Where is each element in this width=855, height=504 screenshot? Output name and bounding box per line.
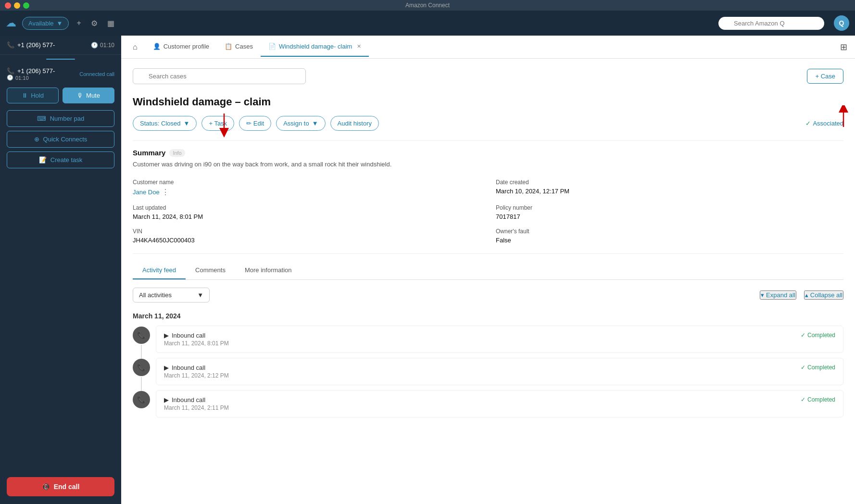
vin-label: VIN	[133, 228, 480, 235]
expand-icon: ▾	[761, 291, 764, 299]
status-label: Available	[28, 20, 54, 27]
content-divider	[133, 253, 843, 254]
title-bar: Amazon Connect	[0, 0, 855, 11]
activity-title-1: ▶ Inbound call	[164, 332, 205, 339]
associated-badge: ✓ Associated	[805, 120, 843, 127]
tab-comments[interactable]: Comments	[186, 262, 235, 279]
activity-expand-arrow-1[interactable]: ▶	[164, 332, 169, 339]
tab-grid-icon[interactable]: ⊞	[840, 42, 847, 52]
last-updated-label: Last updated	[133, 204, 480, 211]
customer-name-label: Customer name	[133, 179, 480, 186]
assign-to-button[interactable]: Assign to ▼	[276, 116, 325, 131]
window-title: Amazon Connect	[405, 2, 450, 9]
home-tab[interactable]: ⌂	[129, 39, 141, 55]
new-case-button[interactable]: + Case	[807, 69, 843, 84]
end-call-icon: 📵	[42, 483, 50, 491]
activity-title-row-1: ▶ Inbound call ✓ Completed	[164, 332, 835, 339]
summary-section: Summary Info Customer was driving on i90…	[133, 149, 843, 169]
activity-title-row-3: ▶ Inbound call ✓ Completed	[164, 396, 835, 403]
case-search-input[interactable]	[133, 68, 306, 84]
sidebar-divider	[46, 59, 75, 60]
hold-button[interactable]: ⏸ Hold	[7, 88, 59, 103]
connected-phone: 📞 +1 (206) 577-	[7, 67, 55, 75]
minimize-window-btn[interactable]	[14, 2, 20, 9]
maximize-window-btn[interactable]	[23, 2, 29, 9]
audit-history-button[interactable]: Audit history	[330, 116, 379, 131]
edit-button[interactable]: ✏ Edit	[239, 116, 271, 131]
activity-phone-icon-3: 📞	[133, 391, 150, 408]
activity-item: 📞 ▶ Inbound call ✓ Completed Mar	[133, 326, 843, 357]
date-created-value: March 10, 2024, 12:17 PM	[496, 188, 843, 195]
activity-phone-icon-1: 📞	[133, 327, 150, 344]
vin-value: JH4KA4650JC000403	[133, 237, 480, 244]
call-duration: 🕐 01:10	[91, 42, 114, 49]
phone-icon-2: 📞	[7, 67, 14, 75]
more-options-icon[interactable]: ⋮	[162, 188, 169, 197]
field-owners-fault: Owner's fault False	[496, 228, 843, 244]
case-content: 🔍 + Case Windshield damage – claim Statu…	[121, 59, 855, 504]
window-controls	[5, 2, 29, 9]
policy-number-label: Policy number	[496, 204, 843, 211]
q-button[interactable]: Q	[834, 15, 849, 31]
add-button[interactable]: +	[75, 17, 83, 29]
completed-badge-1: ✓ Completed	[801, 332, 835, 339]
activity-filter-dropdown[interactable]: All activities ▼	[133, 288, 210, 302]
inner-tabs: Activity feed Comments More information	[133, 262, 843, 280]
phone-icon: 📞	[7, 41, 14, 49]
activity-title-row-2: ▶ Inbound call ✓ Completed	[164, 364, 835, 371]
activity-card-2: ▶ Inbound call ✓ Completed March 11, 202…	[156, 358, 843, 385]
assign-caret-icon: ▼	[312, 120, 318, 127]
completed-check-icon-3: ✓	[801, 396, 805, 403]
customer-name-value[interactable]: Jane Doe ⋮	[133, 188, 480, 197]
tab-activity-feed[interactable]: Activity feed	[133, 262, 186, 279]
mute-button[interactable]: 🎙 Mute	[63, 88, 114, 103]
end-call-button[interactable]: 📵 End call	[7, 477, 114, 496]
status-button[interactable]: Available ▼	[22, 17, 69, 30]
phone-icon-4: 📞	[137, 363, 146, 372]
associated-check-icon: ✓	[805, 120, 811, 127]
action-row: Status: Closed ▼ + Task ✏ Edit Assign to…	[133, 116, 843, 131]
activity-title-3: ▶ Inbound call	[164, 396, 205, 403]
sidebar: 📞 +1 (206) 577- 🕐 01:10 📞 +1 (206) 577- …	[0, 36, 121, 504]
phone-icon-3: 📞	[137, 331, 146, 340]
collapse-all-button[interactable]: ▴ Collapse all	[804, 290, 843, 300]
tab-windshield-claim[interactable]: 📄 Windshield damage- claim ✕	[261, 37, 369, 57]
tab-customer-profile[interactable]: 👤 Customer profile	[145, 37, 217, 57]
grid-nav-icon[interactable]: ▦	[105, 17, 116, 30]
settings-icon[interactable]: ⚙	[89, 17, 100, 30]
activity-expand-arrow-2[interactable]: ▶	[164, 364, 169, 371]
summary-text: Customer was driving on i90 on the way b…	[133, 160, 843, 169]
field-policy-number: Policy number 7017817	[496, 204, 843, 220]
activity-time-1: March 11, 2024, 8:01 PM	[164, 340, 835, 347]
summary-header: Summary Info	[133, 149, 843, 157]
task-button[interactable]: + Task	[201, 116, 234, 131]
quick-connects-icon: ⊕	[34, 136, 39, 143]
close-window-btn[interactable]	[5, 2, 11, 9]
app-logo: ☁	[6, 17, 16, 29]
case-title: Windshield damage – claim	[133, 96, 843, 108]
tab-cases[interactable]: 📋 Cases	[217, 37, 261, 57]
activity-card-3: ▶ Inbound call ✓ Completed March 11, 202…	[156, 390, 843, 417]
tab-bar: ⌂ 👤 Customer profile 📋 Cases 📄 Windshiel…	[121, 36, 855, 59]
tab-more-information[interactable]: More information	[235, 262, 302, 279]
field-customer-name: Customer name Jane Doe ⋮	[133, 179, 480, 197]
completed-check-icon-1: ✓	[801, 332, 805, 339]
create-task-button[interactable]: 📝 Create task	[7, 151, 114, 168]
connected-label: Connected call	[79, 71, 114, 77]
collapse-icon: ▴	[805, 291, 808, 299]
activity-expand-arrow-3[interactable]: ▶	[164, 396, 169, 403]
customer-profile-icon: 👤	[153, 43, 161, 50]
case-tab-icon: 📄	[268, 43, 276, 50]
status-closed-button[interactable]: Status: Closed ▼	[133, 116, 197, 131]
close-tab-icon[interactable]: ✕	[357, 43, 361, 50]
expand-all-button[interactable]: ▾ Expand all	[760, 290, 796, 300]
activity-phone-icon-2: 📞	[133, 359, 150, 376]
case-search-wrap: 🔍	[133, 68, 306, 84]
call-controls: ⏸ Hold 🎙 Mute	[0, 83, 121, 108]
number-pad-icon: ⌨	[37, 115, 46, 122]
search-input[interactable]	[718, 17, 824, 30]
status-caret-icon: ▼	[57, 20, 63, 27]
activity-controls: All activities ▼ ▾ Expand all ▴ Collapse…	[133, 288, 843, 302]
number-pad-button[interactable]: ⌨ Number pad	[7, 110, 114, 127]
quick-connects-button[interactable]: ⊕ Quick Connects	[7, 131, 114, 148]
